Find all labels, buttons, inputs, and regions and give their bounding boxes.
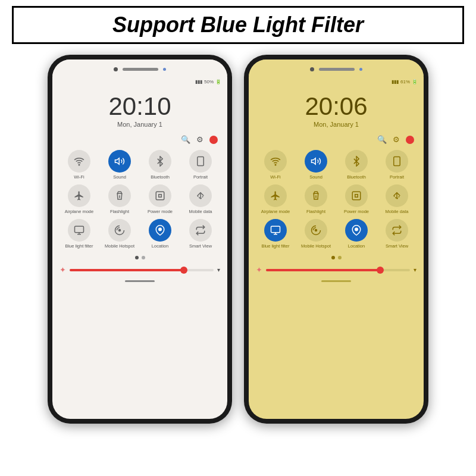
search-icon-right[interactable]: 🔍	[377, 135, 387, 144]
airplane-label-left: Airplane mode	[65, 209, 93, 214]
hotspot-label-left: Mobile Hotspot	[105, 243, 134, 249]
qs-sound-left[interactable]: Sound	[101, 150, 138, 180]
qs-portrait-right[interactable]: Portrait	[378, 150, 415, 180]
page-container: Support Blue Light Filter ▮▮▮ 50%	[0, 0, 476, 476]
qs-portrait-left[interactable]: Portrait	[182, 150, 219, 180]
clock-area-left: 20:10 Mon, January 1	[52, 87, 227, 131]
phone-right: ▮▮▮ 61% 🔋 20:06 Mon, January 1 🔍 ⚙	[244, 55, 428, 424]
wifi-label-left: Wi-Fi	[74, 174, 84, 180]
phone-left: ▮▮▮ 50% 🔋 20:10 Mon, January 1 🔍 ⚙	[48, 55, 232, 424]
gear-icon-right[interactable]: ⚙	[393, 135, 400, 144]
svg-rect-15	[352, 192, 361, 200]
hotspot-icon-right	[305, 219, 327, 242]
notif-badge-left	[209, 136, 218, 144]
qs-power-right[interactable]: Power mode	[338, 184, 375, 214]
sensor-dot-left	[163, 68, 166, 71]
flashlight-label-right: Flashlight	[306, 209, 325, 214]
bluelightfilter-label-right: Blue light filter	[261, 243, 289, 249]
dot-2-right	[338, 256, 342, 259]
location-icon-right	[345, 219, 368, 242]
brightness-icon-right: ✦	[256, 265, 262, 274]
qs-wifi-left[interactable]: Wi-Fi	[61, 150, 98, 180]
qs-smartview-left[interactable]: Smart View	[182, 219, 219, 249]
qs-hotspot-right[interactable]: Mobile Hotspot	[298, 219, 334, 249]
speaker-bar-right	[319, 68, 355, 71]
svg-point-9	[119, 230, 121, 231]
battery-left: 50%	[204, 79, 214, 84]
clock-date-right: Mon, January 1	[249, 121, 424, 128]
qs-bluelightfilter-left[interactable]: Blue light filter	[61, 219, 98, 249]
svg-rect-17	[271, 226, 280, 233]
clock-area-right: 20:06 Mon, January 1	[249, 87, 424, 131]
power-icon-left	[149, 184, 171, 207]
phone-right-screen: ▮▮▮ 61% 🔋 20:06 Mon, January 1 🔍 ⚙	[249, 60, 424, 419]
qs-power-left[interactable]: Power mode	[142, 184, 178, 214]
home-line-left	[125, 280, 155, 282]
slider-track-left[interactable]	[70, 269, 214, 271]
chevron-down-left[interactable]: ▾	[217, 267, 220, 273]
battery-icon-right: 🔋	[412, 79, 418, 84]
flashlight-icon-right	[305, 184, 327, 207]
qs-bluetooth-right[interactable]: Bluetooth	[338, 150, 375, 180]
qs-mobiledata-left[interactable]: Mobile data	[182, 184, 219, 214]
chevron-down-right[interactable]: ▾	[414, 267, 416, 273]
airplane-label-right: Airplane mode	[261, 209, 290, 214]
qs-airplane-right[interactable]: Airplane mode	[257, 184, 294, 214]
qs-smartview-right[interactable]: Smart View	[378, 219, 415, 249]
svg-marker-1	[115, 158, 120, 165]
brightness-row-right: ✦ ▾	[249, 264, 424, 275]
qs-flashlight-left[interactable]: Flashlight	[101, 184, 138, 214]
phone-right-inner: ▮▮▮ 61% 🔋 20:06 Mon, January 1 🔍 ⚙	[249, 60, 424, 419]
dot-2-left	[142, 256, 145, 259]
qs-bluetooth-left[interactable]: Bluetooth	[142, 150, 178, 180]
qs-sound-right[interactable]: Sound	[298, 150, 334, 180]
slider-fill-right	[266, 269, 381, 271]
clock-date-left: Mon, January 1	[52, 121, 227, 128]
smartview-label-left: Smart View	[189, 243, 212, 249]
flashlight-label-left: Flashlight	[110, 209, 129, 214]
smartview-label-right: Smart View	[386, 243, 408, 249]
portrait-icon-right	[386, 150, 408, 173]
svg-point-20	[315, 230, 317, 231]
dot-1-left	[135, 256, 139, 259]
phone-left-screen: ▮▮▮ 50% 🔋 20:10 Mon, January 1 🔍 ⚙	[52, 60, 227, 419]
svg-point-21	[355, 228, 358, 231]
search-icon-left[interactable]: 🔍	[181, 135, 190, 144]
svg-rect-6	[75, 226, 84, 233]
dot-1-right	[331, 256, 335, 259]
panel-header-left: 🔍 ⚙	[52, 131, 227, 148]
power-icon-right	[345, 184, 368, 207]
smartview-icon-right	[386, 219, 408, 242]
location-icon-left	[149, 219, 171, 242]
location-label-left: Location	[152, 243, 168, 249]
mobiledata-label-right: Mobile data	[386, 209, 409, 214]
svg-rect-13	[394, 157, 400, 166]
qs-hotspot-left[interactable]: Mobile Hotspot	[101, 219, 138, 249]
page-title: Support Blue Light Filter	[112, 12, 364, 37]
qs-flashlight-right[interactable]: Flashlight	[298, 184, 334, 214]
bluelightfilter-label-left: Blue light filter	[65, 243, 93, 249]
slider-track-right[interactable]	[266, 269, 410, 271]
clock-time-right: 20:06	[249, 94, 424, 119]
clock-time-left: 20:10	[52, 94, 227, 119]
qs-airplane-left[interactable]: Airplane mode	[61, 184, 98, 214]
status-bar-left: ▮▮▮ 50% 🔋	[52, 76, 227, 87]
mobiledata-label-left: Mobile data	[189, 209, 212, 214]
sound-icon-right	[305, 150, 327, 173]
camera-dot-left	[114, 67, 118, 71]
mobiledata-icon-right	[386, 184, 408, 207]
qs-wifi-right[interactable]: Wi-Fi	[257, 150, 294, 180]
bluelightfilter-icon-left	[68, 219, 90, 242]
qs-mobiledata-right[interactable]: Mobile data	[378, 184, 415, 214]
qs-location-right[interactable]: Location	[338, 219, 375, 249]
signal-icon-left: ▮▮▮	[195, 79, 202, 84]
title-box: Support Blue Light Filter	[12, 6, 464, 44]
hotspot-icon-left	[108, 219, 131, 242]
bluelightfilter-icon-right	[264, 219, 287, 242]
phone-left-inner: ▮▮▮ 50% 🔋 20:10 Mon, January 1 🔍 ⚙	[52, 60, 227, 419]
power-label-right: Power mode	[344, 209, 369, 214]
qs-location-left[interactable]: Location	[142, 219, 178, 249]
brightness-icon-left: ✦	[60, 265, 66, 274]
gear-icon-left[interactable]: ⚙	[196, 135, 203, 144]
qs-bluelightfilter-right[interactable]: Blue light filter	[257, 219, 294, 249]
